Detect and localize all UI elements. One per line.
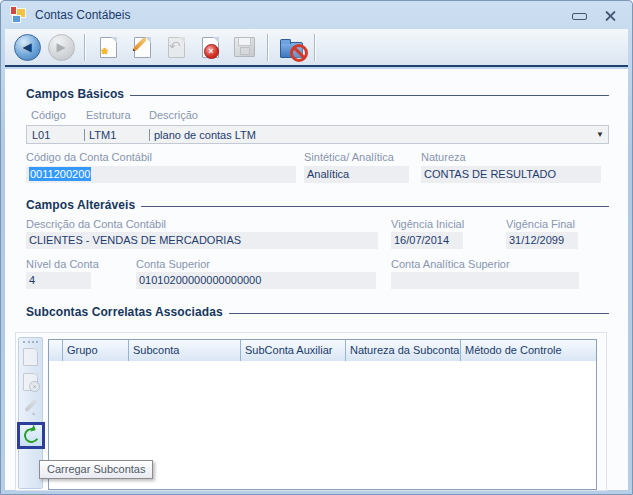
group-title: Campos Básicos <box>26 87 124 101</box>
selected-text: 0011200200 <box>29 167 91 181</box>
codigo-conta-label: Código da Conta Contábil <box>26 151 152 163</box>
arrow-right-circle-icon: ▶ <box>48 34 75 61</box>
row-indicator-header <box>49 340 63 361</box>
delete-record-button[interactable]: × <box>195 32 225 62</box>
delete-subconta-icon: × <box>23 373 38 391</box>
new-record-button[interactable]: * <box>93 32 123 62</box>
document-new-icon: * <box>100 37 117 58</box>
add-subconta-button[interactable] <box>21 348 40 366</box>
close-form-button[interactable] <box>276 32 306 62</box>
delete-subconta-button[interactable]: × <box>21 373 40 391</box>
nivel-conta-field[interactable]: 4 <box>26 272 91 289</box>
sintetica-analitica-label: Sintética/ Analítica <box>304 151 394 163</box>
vigencia-final-field[interactable]: 31/12/2099 <box>506 232 578 249</box>
edit-subconta-icon <box>24 399 37 412</box>
conta-superior-field[interactable]: 01010200000000000000 <box>136 272 376 289</box>
vigencia-inicial-field[interactable]: 16/07/2014 <box>391 232 463 249</box>
group-title: Subcontas Correlatas Associadas <box>26 305 223 319</box>
descricao-conta-field[interactable]: CLIENTES - VENDAS DE MERCADORIAS <box>26 232 378 249</box>
folder-blocked-icon <box>280 42 303 58</box>
carregar-subcontas-button[interactable] <box>17 422 45 449</box>
plano-de-contas-combobox[interactable]: L01 LTM1 plano de contas LTM ▼ <box>26 125 609 144</box>
close-icon[interactable] <box>604 10 617 23</box>
sintetica-analitica-field[interactable]: Analítica <box>304 166 409 183</box>
group-title: Campos Alteráveis <box>26 198 135 212</box>
edit-record-button[interactable] <box>127 32 157 62</box>
plano-descricao: plano de contas LTM <box>149 129 592 141</box>
conta-analitica-superior-field[interactable] <box>391 272 579 289</box>
refresh-subcontas-icon <box>22 426 40 444</box>
grid-header-row: Grupo Subconta SubConta Auxiliar Naturez… <box>49 340 596 362</box>
toolbar-separator <box>314 34 315 61</box>
contas-contabeis-window: Contas Contábeis ◀ ▶ * ↶ × Campos Básico… <box>0 0 633 495</box>
window-title: Contas Contábeis <box>35 8 130 22</box>
carregar-subcontas-tooltip: Carregar Subcontas <box>39 460 153 479</box>
column-header-subconta-auxiliar[interactable]: SubConta Auxiliar <box>241 340 346 361</box>
column-header-subconta[interactable]: Subconta <box>129 340 241 361</box>
plano-estrutura: LTM1 <box>84 129 149 141</box>
codigo-label: Código <box>31 109 66 121</box>
descricao-conta-label: Descrição da Conta Contábil <box>26 218 166 230</box>
document-delete-icon: × <box>202 37 219 58</box>
toolbar-grip[interactable] <box>23 341 38 343</box>
natureza-label: Natureza <box>421 151 466 163</box>
vigencia-final-label: Vigência Final <box>506 218 575 230</box>
back-button[interactable]: ◀ <box>12 32 42 62</box>
edit-subconta-button[interactable] <box>21 398 40 413</box>
minimize-icon[interactable] <box>572 13 587 20</box>
conta-analitica-superior-label: Conta Analítica Superior <box>391 258 510 270</box>
plano-codigo: L01 <box>27 129 84 141</box>
conta-superior-label: Conta Superior <box>136 258 210 270</box>
group-campos-basicos: Campos Básicos <box>26 87 609 101</box>
undo-button[interactable]: ↶ <box>161 32 191 62</box>
save-button[interactable] <box>229 32 259 62</box>
main-toolbar: ◀ ▶ * ↶ × <box>5 29 628 67</box>
toolbar-separator <box>84 34 85 61</box>
forward-button[interactable]: ▶ <box>46 32 76 62</box>
estrutura-label: Estrutura <box>86 109 131 121</box>
add-subconta-icon <box>23 348 38 366</box>
codigo-conta-field[interactable]: 0011200200 <box>26 166 296 183</box>
column-header-natureza-subconta[interactable]: Natureza da Subconta <box>346 340 461 361</box>
nivel-conta-label: Nível da Conta <box>26 258 99 270</box>
winforms-app-icon <box>10 7 26 23</box>
floppy-disk-icon <box>234 37 255 57</box>
chevron-down-icon[interactable]: ▼ <box>592 130 608 139</box>
titlebar: Contas Contábeis <box>1 1 632 29</box>
group-subcontas: Subcontas Correlatas Associadas <box>26 305 609 319</box>
group-campos-alteraveis: Campos Alteráveis <box>26 198 609 212</box>
toolbar-separator <box>267 34 268 61</box>
column-header-metodo-controle[interactable]: Método de Controle <box>461 340 596 361</box>
natureza-field[interactable]: CONTAS DE RESULTADO <box>421 166 601 183</box>
vigencia-inicial-label: Vigência Inicial <box>391 218 464 230</box>
arrow-left-circle-icon: ◀ <box>14 34 41 61</box>
column-header-grupo[interactable]: Grupo <box>63 340 129 361</box>
descricao-label: Descrição <box>149 109 198 121</box>
